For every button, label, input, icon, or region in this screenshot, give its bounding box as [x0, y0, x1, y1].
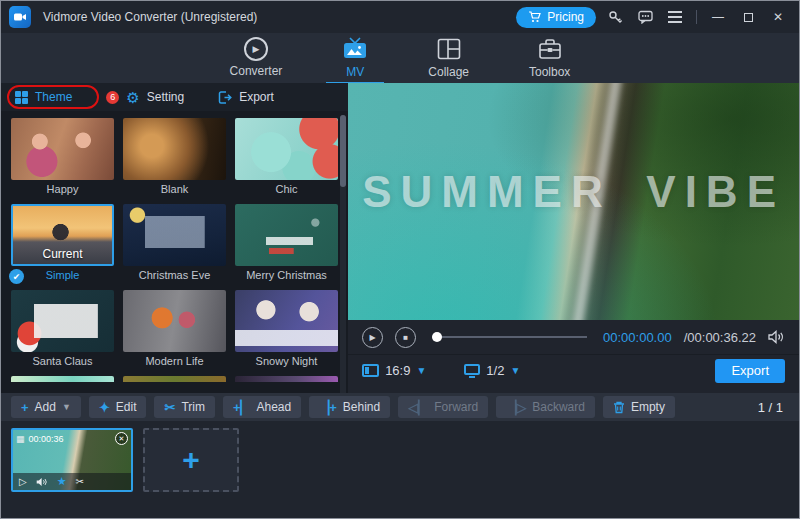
mv-icon [342, 36, 368, 62]
theme-scrollbar[interactable] [340, 115, 346, 393]
magic-wand-icon: ✦ [99, 400, 110, 415]
menu-icon[interactable] [664, 6, 686, 28]
theme-item-merry-christmas[interactable]: Merry Christmas [235, 204, 338, 281]
feedback-icon[interactable] [634, 6, 656, 28]
toolbox-icon [538, 36, 562, 62]
theme-name: Blank [123, 183, 226, 195]
theme-name: Chic [235, 183, 338, 195]
tab-collage[interactable]: Collage [422, 33, 475, 83]
chevron-down-icon: ▼ [510, 365, 520, 376]
play-button[interactable]: ▶ [362, 327, 383, 348]
tab-theme[interactable]: Theme [15, 90, 72, 104]
pricing-button[interactable]: Pricing [516, 7, 596, 28]
theme-list: Happy Blank Chic Current [1, 111, 348, 393]
timeline-clip[interactable]: ▦ 00:00:36 ✕ ▷ ★ ✂ [11, 428, 133, 492]
panel-tabs: Theme 6 ⚙ Setting Export [1, 83, 348, 111]
theme-thumbnail [123, 204, 226, 266]
aspect-ratio-select[interactable]: 16:9 ▼ [362, 363, 426, 378]
aspect-ratio-value: 16:9 [385, 363, 410, 378]
tab-setting[interactable]: 6 ⚙ Setting [106, 90, 184, 105]
export-button[interactable]: Export [715, 359, 785, 383]
theme-thumbnail [11, 290, 114, 352]
theme-item-chic[interactable]: Chic [235, 118, 338, 195]
theme-name: Santa Claus [11, 355, 114, 367]
theme-item-christmas-eve[interactable]: Christmas Eve [123, 204, 226, 281]
tab-export[interactable]: Export [218, 90, 274, 104]
trash-icon [613, 401, 625, 414]
insert-ahead-icon: +▏ [233, 400, 251, 415]
behind-button[interactable]: ▕+ Behind [309, 396, 390, 418]
tab-converter[interactable]: ▶ Converter [224, 33, 289, 83]
theme-item-snowy-night[interactable]: Snowy Night [235, 290, 338, 367]
clip-audio-icon[interactable] [36, 477, 48, 487]
main-nav: ▶ Converter MV Collage Toolbox [1, 33, 799, 83]
remove-clip-icon[interactable]: ✕ [115, 432, 128, 445]
theme-item-simple-selected[interactable]: Current Simple ✔ [11, 204, 114, 281]
tab-converter-label: Converter [230, 64, 283, 78]
current-time: 00:00:00.00 [603, 330, 672, 345]
clip-duration: 00:00:36 [29, 434, 64, 444]
gear-icon: ⚙ [126, 90, 139, 105]
minimize-button[interactable]: — [707, 6, 729, 28]
converter-icon: ▶ [244, 37, 268, 61]
tab-mv[interactable]: MV [336, 33, 374, 83]
theme-item-modern-life[interactable]: Modern Life [123, 290, 226, 367]
theme-thumbnail [235, 204, 338, 266]
ahead-button[interactable]: +▏ Ahead [223, 396, 301, 418]
chevron-down-icon: ▼ [416, 365, 426, 376]
scrollbar-thumb[interactable] [340, 115, 346, 187]
theme-item-blank[interactable]: Blank [123, 118, 226, 195]
theme-thumbnail [123, 118, 226, 180]
tab-mv-label: MV [346, 65, 364, 79]
theme-name: Merry Christmas [235, 269, 338, 281]
screen-page-value: 1/2 [486, 363, 504, 378]
add-clip-slot[interactable]: + [143, 428, 239, 492]
theme-item-santa-claus[interactable]: Santa Claus [11, 290, 114, 367]
stop-button[interactable]: ■ [395, 327, 416, 348]
theme-thumbnail [235, 290, 338, 352]
total-time: /00:00:36.22 [684, 330, 756, 345]
add-button[interactable]: + Add ▼ [11, 396, 81, 418]
timeline-strip: ▦ 00:00:36 ✕ ▷ ★ ✂ + [1, 421, 799, 519]
aspect-ratio-icon [362, 364, 379, 377]
video-preview[interactable]: SUMMER VIBE [348, 83, 799, 320]
tab-toolbox-label: Toolbox [529, 65, 570, 79]
theme-name: Snowy Night [235, 355, 338, 367]
volume-icon[interactable] [768, 330, 785, 344]
seek-handle[interactable] [432, 332, 442, 342]
theme-panel: Theme 6 ⚙ Setting Export Happy [1, 83, 348, 393]
cart-icon [528, 11, 541, 23]
app-window: Vidmore Video Converter (Unregistered) P… [0, 0, 800, 519]
clip-counter: 1 / 1 [758, 400, 789, 415]
theme-thumbnail [235, 118, 338, 180]
theme-item-happy[interactable]: Happy [11, 118, 114, 195]
register-key-icon[interactable] [604, 6, 626, 28]
film-icon: ▦ [16, 434, 25, 444]
maximize-button[interactable] [737, 6, 759, 28]
theme-thumbnail [11, 118, 114, 180]
tab-toolbox[interactable]: Toolbox [523, 33, 576, 83]
insert-behind-icon: ▕+ [319, 400, 337, 415]
clip-play-icon[interactable]: ▷ [19, 476, 27, 487]
current-theme-overlay: Current [13, 247, 112, 261]
trim-button[interactable]: ✂ Trim [154, 396, 214, 418]
preview-options: 16:9 ▼ 1/2 ▼ Export [348, 354, 799, 386]
clip-toolbar: + Add ▼ ✦ Edit ✂ Trim +▏ Ahead ▕+ Behind… [1, 393, 799, 421]
close-button[interactable]: ✕ [767, 6, 789, 28]
video-watermark-text: SUMMER VIBE [362, 167, 785, 217]
empty-button[interactable]: Empty [603, 396, 675, 418]
theme-thumbnail [123, 290, 226, 352]
theme-grid-icon [15, 91, 28, 104]
tab-setting-label: Setting [147, 90, 184, 104]
edit-button[interactable]: ✦ Edit [89, 396, 147, 418]
monitor-icon [464, 364, 480, 375]
backward-button[interactable]: ▕▷ Backward [496, 396, 595, 418]
clip-edit-icon[interactable]: ★ [57, 475, 67, 488]
collage-icon [437, 36, 461, 62]
clip-trim-icon[interactable]: ✂ [76, 476, 84, 487]
seek-slider[interactable] [432, 336, 587, 338]
screen-page-select[interactable]: 1/2 ▼ [464, 363, 520, 378]
theme-name: Christmas Eve [123, 269, 226, 281]
theme-name: Happy [11, 183, 114, 195]
forward-button[interactable]: ◁▏ Forward [398, 396, 488, 418]
